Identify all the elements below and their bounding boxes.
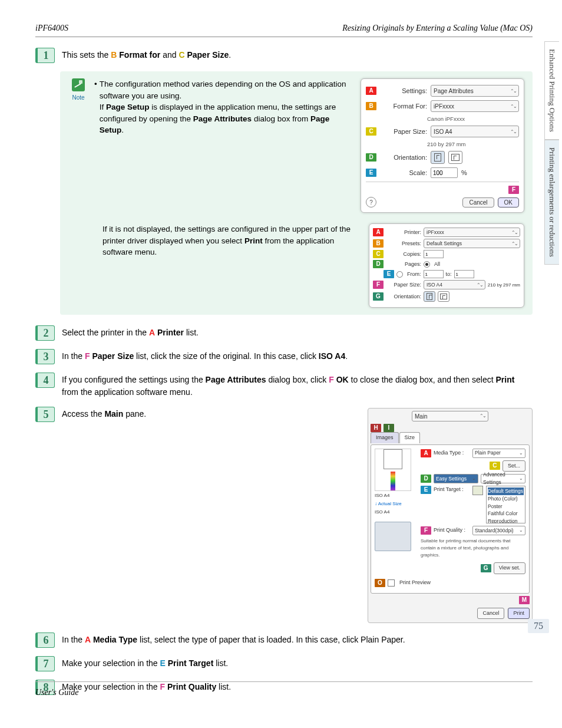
copies-input[interactable] — [424, 250, 444, 258]
tab-images[interactable]: Images — [371, 432, 399, 443]
page-attributes-dialog: A Settings: Page Attributes B Format For… — [361, 78, 524, 213]
sidebar-tab-enhanced[interactable]: Enhanced Printing Options — [544, 41, 559, 140]
step-1: 1 This sets the B Format for and C Paper… — [35, 48, 533, 63]
media-type-select[interactable]: Plain Paper — [472, 449, 525, 458]
format-for-select[interactable]: iPFxxxx — [431, 100, 519, 112]
portrait-icon — [427, 293, 432, 300]
pages-range-radio[interactable] — [396, 271, 403, 278]
step-5: 5 Access the Main pane. Main H I Images … — [35, 407, 533, 623]
printer-icon — [375, 522, 411, 551]
presets-select[interactable]: Default Settings — [424, 239, 520, 248]
pencil-icon — [72, 78, 85, 91]
set-button[interactable]: Set... — [503, 460, 525, 472]
ok-button[interactable]: OK — [498, 197, 519, 207]
print-button[interactable]: Print — [508, 608, 530, 620]
step-7: 7 Make your selection in the E Print Tar… — [35, 656, 533, 671]
sidebar-tab-enlargements[interactable]: Printing enlargements or reductions — [544, 140, 559, 265]
main-pane-dialog: Main H I Images Size — [368, 408, 533, 623]
page-title: Resizing Originals by Entering a Scaling… — [342, 24, 533, 33]
target-thumb-icon — [472, 486, 483, 495]
orientation-landscape-button[interactable] — [448, 151, 462, 164]
orientation-landscape-button[interactable] — [438, 291, 449, 302]
pages-from-input[interactable] — [424, 270, 444, 278]
paper-size-select[interactable]: ISO A4 — [431, 126, 519, 137]
landscape-icon — [451, 154, 459, 161]
tab-easy-settings[interactable]: Easy Settings — [434, 474, 478, 483]
view-set-button[interactable]: View set. — [494, 562, 525, 574]
settings-select[interactable]: Page Attributes — [431, 85, 519, 97]
cancel-button[interactable]: Cancel — [462, 197, 494, 207]
note-box: Note • The configuration method varies d… — [60, 71, 533, 315]
cancel-button[interactable]: Cancel — [477, 608, 504, 620]
print-dialog: A Printer: iPFxxxx B Presets: Default Se… — [369, 223, 524, 308]
page-number: 75 — [528, 619, 549, 633]
tab-size[interactable]: Size — [399, 432, 421, 443]
step-2: 2 Select the printer in the A Printer li… — [35, 325, 533, 341]
print-paper-size-select[interactable]: ISO A4 — [424, 280, 485, 289]
printer-select[interactable]: iPFxxxx — [424, 228, 520, 237]
step-3: 3 In the F Paper Size list, click the si… — [35, 349, 533, 364]
help-icon[interactable]: ? — [366, 197, 376, 207]
tab-advanced-settings[interactable]: Advanced Settings — [481, 474, 525, 483]
step-number: 1 — [35, 48, 55, 63]
pane-select[interactable]: Main — [412, 411, 488, 421]
pages-to-input[interactable] — [454, 270, 474, 278]
landscape-icon — [440, 294, 447, 299]
portrait-icon — [434, 153, 441, 162]
print-quality-select[interactable]: Standard(300dpi) — [472, 526, 525, 535]
print-target-list[interactable]: Default Settings Photo (Color) Poster Fa… — [486, 486, 525, 523]
orientation-portrait-button[interactable] — [431, 151, 445, 164]
footer-label: User's Guide — [35, 688, 78, 697]
scale-input[interactable] — [431, 167, 458, 178]
print-preview-checkbox[interactable] — [388, 579, 395, 587]
pages-all-radio[interactable] — [424, 261, 430, 268]
model-name: iPF6400S — [35, 24, 68, 33]
preview-sheet-icon — [375, 449, 411, 491]
step-4: 4 If you configured the settings using t… — [35, 373, 533, 398]
orientation-portrait-button[interactable] — [424, 291, 435, 302]
note-label: Note — [68, 94, 88, 101]
step-6: 6 In the A Media Type list, select the t… — [35, 633, 533, 648]
